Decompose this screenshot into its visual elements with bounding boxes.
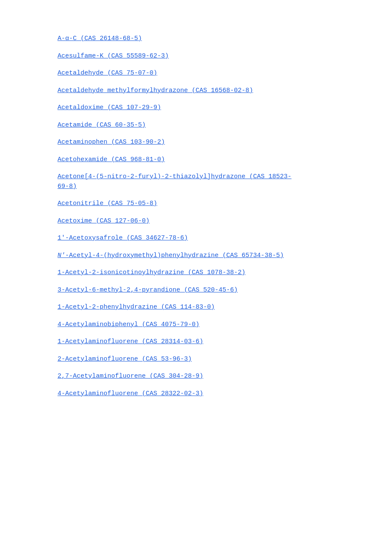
chemical-link[interactable]: Acetonitrile (CAS 75‑05‑8) (58, 200, 157, 207)
list-item: 1‑Acetyl‑2‑phenylhydrazine (CAS 114‑83‑0… (58, 303, 334, 312)
list-item: Acetaldehyde (CAS 75‑07‑0) (58, 69, 334, 78)
chemical-link[interactable]: Acetaldoxime (CAS 107‑29‑9) (58, 104, 161, 111)
list-item: N′‑Acetyl‑4‑(hydroxymethyl)phenylhydrazi… (58, 251, 334, 261)
chemical-link[interactable]: 1‑Acetyl‑2‑isonicotinoylhydrazine (CAS 1… (58, 269, 245, 276)
list-item: 1‑Acetylaminofluorene (CAS 28314‑03‑6) (58, 337, 334, 347)
list-item: Acetohexamide (CAS 968‑81‑0) (58, 155, 334, 165)
list-item: Acetaldoxime (CAS 107‑29‑9) (58, 103, 334, 113)
chemical-link[interactable]: N′‑Acetyl‑4‑(hydroxymethyl)phenylhydrazi… (58, 252, 284, 259)
chemical-link[interactable]: 3‑Acetyl‑6‑methyl‑2,4‑pyrandione (CAS 52… (58, 286, 238, 294)
chemical-link[interactable]: Acetone[4‑(5‑nitro‑2‑furyl)‑2‑thiazolyl]… (58, 173, 291, 190)
chemical-link[interactable]: Acetaminophen (CAS 103‑90‑2) (58, 139, 165, 146)
list-item: 3‑Acetyl‑6‑methyl‑2,4‑pyrandione (CAS 52… (58, 286, 334, 295)
list-item: Acesulfame‑K (CAS 55589‑62‑3) (58, 52, 334, 61)
chemical-link[interactable]: 2‑Acetylaminofluorene (CAS 53‑96‑3) (58, 356, 192, 363)
chemical-link[interactable]: 1‑Acetyl‑2‑phenylhydrazine (CAS 114‑83‑0… (58, 304, 215, 311)
list-item: Acetoxime (CAS 127‑06‑0) (58, 217, 334, 226)
chemical-link[interactable]: 4‑Acetylaminofluorene (CAS 28322‑02‑3) (58, 390, 203, 397)
chemical-link[interactable]: Acetamide (CAS 60‑35‑5) (58, 121, 146, 129)
list-item: A‑α‑C (CAS 26148‑68‑5) (58, 34, 334, 44)
list-item: 1‑Acetyl‑2‑isonicotinoylhydrazine (CAS 1… (58, 268, 334, 278)
list-item: Acetonitrile (CAS 75‑05‑8) (58, 199, 334, 209)
chemical-link[interactable]: 2,7‑Acetylaminofluorene (CAS 304‑28‑9) (58, 373, 203, 380)
list-item: 2‑Acetylaminofluorene (CAS 53‑96‑3) (58, 355, 334, 364)
chemical-link[interactable]: Acetoxime (CAS 127‑06‑0) (58, 217, 150, 225)
chemical-link-list: A‑α‑C (CAS 26148‑68‑5) Acesulfame‑K (CAS… (58, 34, 334, 406)
list-item: 4‑Acetylaminobiphenyl (CAS 4075‑79‑0) (58, 320, 334, 330)
chemical-link[interactable]: 4‑Acetylaminobiphenyl (CAS 4075‑79‑0) (58, 321, 199, 328)
list-item: 2,7‑Acetylaminofluorene (CAS 304‑28‑9) (58, 372, 334, 382)
chemical-link[interactable]: 1′‑Acetoxysafrole (CAS 34627‑78‑6) (58, 234, 188, 242)
list-item: Acetamide (CAS 60‑35‑5) (58, 121, 334, 130)
list-item: 4‑Acetylaminofluorene (CAS 28322‑02‑3) (58, 389, 334, 399)
chemical-link[interactable]: Acetaldehyde methylformylhydrazone (CAS … (58, 87, 253, 94)
chemical-link[interactable]: A‑α‑C (CAS 26148‑68‑5) (58, 35, 142, 42)
chemical-link[interactable]: Acetohexamide (CAS 968‑81‑0) (58, 156, 165, 163)
list-item: Acetaminophen (CAS 103‑90‑2) (58, 138, 334, 147)
list-item: 1′‑Acetoxysafrole (CAS 34627‑78‑6) (58, 234, 334, 243)
italic-text: N′ (58, 252, 65, 259)
list-item: Acetone[4‑(5‑nitro‑2‑furyl)‑2‑thiazolyl]… (58, 172, 334, 191)
chemical-link[interactable]: 1‑Acetylaminofluorene (CAS 28314‑03‑6) (58, 338, 203, 345)
chemical-link[interactable]: Acetaldehyde (CAS 75‑07‑0) (58, 69, 157, 77)
chemical-link[interactable]: Acesulfame‑K (CAS 55589‑62‑3) (58, 52, 169, 60)
list-item: Acetaldehyde methylformylhydrazone (CAS … (58, 86, 334, 96)
